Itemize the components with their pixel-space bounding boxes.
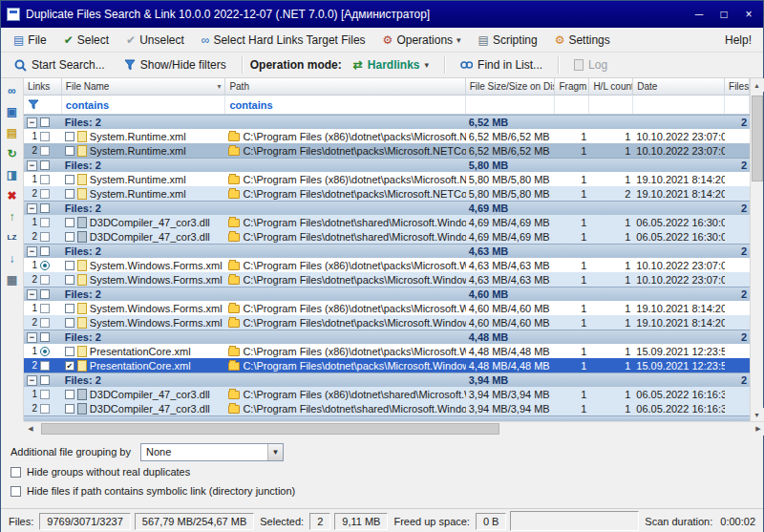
file-row[interactable]: 2D3DCompiler_47_cor3.dllC:\Program Files… <box>24 401 750 415</box>
save-results-icon[interactable]: ▣ <box>3 103 20 119</box>
filter-cell[interactable]: contains <box>62 96 226 114</box>
group-checkbox[interactable] <box>40 160 50 170</box>
link-marker-box[interactable] <box>40 404 50 414</box>
file-row[interactable]: 1PresentationCore.xmlC:\Program Files (x… <box>24 344 750 358</box>
group-checkbox[interactable] <box>40 289 50 299</box>
file-row[interactable]: 2System.Runtime.xmlC:\Program Files\dotn… <box>24 143 750 158</box>
file-checkbox[interactable] <box>65 132 74 141</box>
filter-cell[interactable]: contains <box>225 96 465 114</box>
column-header-file-size-size-on-disk[interactable]: File Size/Size on Disk <box>466 78 556 96</box>
hardlink-target-radio[interactable] <box>40 347 50 356</box>
column-header-links[interactable]: Links <box>24 78 62 96</box>
menu-help[interactable]: Help! <box>717 31 759 50</box>
group-header-row[interactable]: −Files: 24,60 MB2 <box>24 287 750 301</box>
file-checkbox[interactable] <box>65 146 74 156</box>
vertical-scrollbar[interactable]: ▲ ▼ <box>750 78 763 421</box>
file-checkbox[interactable] <box>65 275 74 285</box>
menu-operations[interactable]: ⚙Operations▾ <box>374 30 470 51</box>
link-marker-box[interactable] <box>40 189 50 199</box>
menu-scripting[interactable]: ▤Scripting <box>470 30 546 51</box>
log-button[interactable]: Log <box>566 54 615 75</box>
filter-cell[interactable] <box>555 96 589 114</box>
move-up-icon[interactable]: ↑ <box>3 208 20 224</box>
file-checkbox[interactable] <box>65 318 74 328</box>
file-checkbox[interactable] <box>65 404 74 414</box>
link-marker-box[interactable] <box>40 275 50 285</box>
file-checkbox[interactable] <box>65 189 74 199</box>
scroll-left-icon[interactable]: ◀ <box>24 422 37 436</box>
collapse-icon[interactable]: − <box>27 203 37 214</box>
collapse-icon[interactable]: − <box>27 375 37 386</box>
collapse-icon[interactable]: − <box>27 117 37 128</box>
file-row[interactable]: 2D3DCompiler_47_cor3.dllC:\Program Files… <box>24 229 750 244</box>
maximize-button[interactable]: □ <box>711 4 736 25</box>
file-checkbox[interactable] <box>65 390 74 399</box>
collapse-icon[interactable]: − <box>27 332 37 343</box>
file-row[interactable]: 1System.Runtime.xmlC:\Program Files (x86… <box>24 129 750 143</box>
group-checkbox[interactable] <box>40 375 50 385</box>
column-header-file-name[interactable]: File Name▾ <box>62 78 226 96</box>
group-checkbox[interactable] <box>40 203 50 213</box>
scroll-right-icon[interactable]: ▶ <box>752 422 764 436</box>
filter-cell[interactable] <box>725 96 750 114</box>
filter-cell[interactable] <box>24 96 62 114</box>
filter-cell[interactable] <box>633 96 725 114</box>
link-marker-box[interactable] <box>40 132 50 141</box>
group-checkbox[interactable] <box>40 246 50 256</box>
link-marker-box[interactable] <box>40 304 50 313</box>
menu-settings[interactable]: ⚙Settings <box>546 30 619 51</box>
link-marker-box[interactable] <box>40 232 50 242</box>
file-row[interactable]: 2System.Windows.Forms.xmlC:\Program File… <box>24 315 750 330</box>
scroll-down-icon[interactable]: ▼ <box>751 408 764 421</box>
refresh-icon[interactable]: ↻ <box>3 145 20 161</box>
horizontal-scroll-thumb[interactable] <box>41 423 499 435</box>
find-in-list-button[interactable]: Find in List... <box>453 54 550 75</box>
horizontal-scrollbar[interactable]: ◀ ▶ <box>24 421 764 435</box>
link-marker-box[interactable] <box>40 318 50 328</box>
column-header-h-l-count[interactable]: H/L count <box>589 78 633 96</box>
group-header-row[interactable]: −Files: 23,94 MB2 <box>24 372 750 387</box>
menu-select[interactable]: ✔Select <box>55 30 117 51</box>
open-results-icon[interactable]: ▤ <box>3 124 20 140</box>
file-row[interactable]: 1System.Runtime.xmlC:\Program Files (x86… <box>24 172 750 186</box>
file-checkbox[interactable] <box>65 232 74 242</box>
link-marker-box[interactable] <box>40 390 50 399</box>
delete-icon[interactable]: ✖ <box>3 187 20 203</box>
option-checkbox[interactable] <box>11 467 21 478</box>
show-hide-filters-button[interactable]: Show/Hide filters <box>117 54 234 75</box>
file-row[interactable]: 1D3DCompiler_47_cor3.dllC:\Program Files… <box>24 215 750 229</box>
file-checkbox[interactable] <box>65 304 74 313</box>
group-header-row[interactable]: −Files: 26,52 MB2 <box>24 115 750 129</box>
file-row[interactable]: 1D3DCompiler_47_cor3.dllC:\Program Files… <box>24 387 750 401</box>
move-down-icon[interactable]: ↓ <box>3 250 20 266</box>
copy-icon[interactable]: ◨ <box>3 166 20 182</box>
file-row[interactable]: 1System.Windows.Forms.xmlC:\Program File… <box>24 258 750 272</box>
file-checkbox[interactable] <box>65 347 74 356</box>
vertical-scroll-thumb[interactable] <box>752 96 763 181</box>
file-row[interactable]: 1System.Windows.Forms.xmlC:\Program File… <box>24 301 750 315</box>
link-marker-box[interactable] <box>40 146 50 156</box>
collapse-icon[interactable]: − <box>27 246 37 257</box>
lz-compress-icon[interactable]: LZ <box>3 229 20 245</box>
filter-cell[interactable] <box>466 96 556 114</box>
close-button[interactable]: × <box>736 4 761 25</box>
menu-select-hardlink-targets[interactable]: ∞Select Hard Links Target Files <box>193 30 374 51</box>
file-checkbox[interactable]: ✔ <box>65 361 74 371</box>
file-row[interactable]: 2System.Windows.Forms.xmlC:\Program File… <box>24 272 750 287</box>
group-checkbox[interactable] <box>40 117 50 127</box>
stats-icon[interactable]: ▦ <box>3 271 20 287</box>
column-header-path[interactable]: Path <box>225 78 465 96</box>
column-header-date[interactable]: Date <box>633 78 725 96</box>
filter-arrow-icon[interactable]: ▾ <box>217 82 221 91</box>
group-header-row[interactable]: −Files: 24,48 MB2 <box>24 330 750 344</box>
column-header-files[interactable]: Files <box>725 78 750 96</box>
link-marker-box[interactable] <box>40 175 50 184</box>
link-icon[interactable]: ∞ <box>3 82 20 98</box>
filter-cell[interactable] <box>589 96 633 114</box>
link-marker-box[interactable] <box>40 218 50 227</box>
hardlink-target-radio[interactable] <box>40 261 50 270</box>
group-checkbox[interactable] <box>40 332 50 342</box>
option-checkbox[interactable] <box>11 486 21 497</box>
menu-unselect[interactable]: ✔Unselect <box>117 30 193 51</box>
file-checkbox[interactable] <box>65 261 74 270</box>
